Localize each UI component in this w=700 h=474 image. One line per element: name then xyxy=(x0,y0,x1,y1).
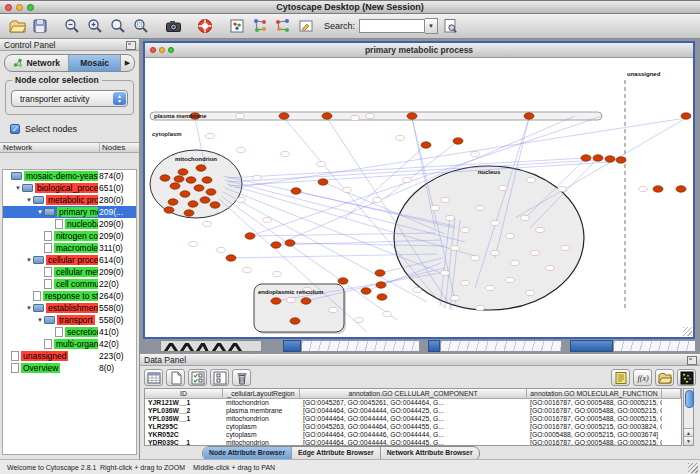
zoom-selected-button[interactable] xyxy=(130,16,152,36)
tree-expander-icon[interactable]: ▼ xyxy=(36,317,44,323)
file-icon xyxy=(44,339,52,349)
tab-network[interactable]: Network xyxy=(5,55,69,71)
window-close-button[interactable] xyxy=(150,47,156,53)
create-attribute-button[interactable] xyxy=(166,369,185,386)
search-input[interactable] xyxy=(359,19,425,33)
background-window-fragment[interactable] xyxy=(160,340,262,352)
tab-mosaic[interactable]: Mosaic xyxy=(69,55,120,71)
search-options-button[interactable] xyxy=(439,16,461,36)
file-icon xyxy=(11,351,19,361)
tree-row[interactable]: macromolecule311(0) xyxy=(3,242,136,254)
zoom-out-button[interactable] xyxy=(61,16,83,36)
status-welcome: Welcome to Cytoscape 2.8.1 xyxy=(7,464,96,471)
app-resize-grip[interactable] xyxy=(688,463,698,473)
tree-expander-icon[interactable]: ▼ xyxy=(25,305,33,311)
tree-row[interactable]: nitrogen compo209(0) xyxy=(3,230,136,242)
data-panel-header[interactable]: Data Panel xyxy=(140,354,700,366)
tree-row[interactable]: secretion41(0) xyxy=(3,326,136,338)
window-resize-grip[interactable] xyxy=(683,327,692,336)
tree-node-label: response to stimulu xyxy=(43,291,98,301)
table-row[interactable]: YPL036W__1mitochondrion[GO:0044464, GO:0… xyxy=(145,415,681,423)
table-row[interactable]: YLR295Ccytoplasm[GO:0045263, GO:0044464,… xyxy=(145,423,681,431)
column-header[interactable]: ID xyxy=(145,389,223,399)
tree-row[interactable]: ▼primary metabol209(... xyxy=(3,206,136,218)
tree-row[interactable]: ▼cellular process614(0) xyxy=(3,254,136,266)
node-color-dropdown[interactable]: transporter activity ▲▼ xyxy=(11,90,128,107)
layout-network-alt-button[interactable] xyxy=(272,16,294,36)
network-canvas[interactable]: plasma membrane cytoplasm mitochondrion … xyxy=(145,58,693,337)
column-header[interactable]: annotation.GO CELLULAR_COMPONENT xyxy=(300,389,527,399)
background-window-fragment[interactable] xyxy=(283,340,301,352)
table-row[interactable]: YDR039C__1mitochondrion[GO:0044464, GO:0… xyxy=(145,439,681,446)
tree-expander-icon[interactable]: ▼ xyxy=(25,197,33,203)
tree-row[interactable]: unassigned223(0) xyxy=(3,350,136,362)
attribute-matrix-button[interactable] xyxy=(677,369,696,386)
app-title-bar[interactable]: Cytoscape Desktop (New Session) xyxy=(0,1,700,14)
tree-row[interactable]: cellular metabo209(0) xyxy=(3,266,136,278)
column-header[interactable]: _cellularLayoutRegion xyxy=(223,389,300,399)
float-panel-icon[interactable] xyxy=(687,356,697,365)
column-header-nodes[interactable]: Nodes xyxy=(100,143,139,152)
folder-icon xyxy=(33,256,44,264)
table-vertical-scrollbar[interactable]: ▲ ▼ xyxy=(683,388,694,446)
tree-row[interactable]: ▼biological_process651(0) xyxy=(3,182,136,194)
column-header-network[interactable]: Network xyxy=(0,143,100,152)
background-window-fragment[interactable] xyxy=(428,340,440,352)
table-cell: cytoplasm xyxy=(223,431,300,439)
table-row[interactable]: YJR121W__1mitochondrion[GO:0045267, GO:0… xyxy=(145,399,681,407)
import-attributes-button[interactable] xyxy=(655,369,674,386)
select-attributes-button[interactable] xyxy=(188,369,207,386)
table-row[interactable]: YPL036W__2plasma membrane[GO:0044464, GO… xyxy=(145,407,681,415)
tree-row[interactable]: Overview8(0) xyxy=(3,362,136,374)
tab-overflow-arrow[interactable]: ▶ xyxy=(120,55,134,71)
zoom-fit-button[interactable] xyxy=(107,16,129,36)
tree-row[interactable]: nucleobase-209(0) xyxy=(3,218,136,230)
column-header[interactable]: annotation.GO MOLECULAR_FUNCTION xyxy=(527,389,662,399)
zoom-in-button[interactable] xyxy=(84,16,106,36)
window-zoom-button[interactable] xyxy=(168,47,174,53)
tree-node-count: 22(0) xyxy=(98,279,136,289)
float-panel-icon[interactable] xyxy=(126,41,136,50)
tree-row[interactable]: ▼transport558(0) xyxy=(3,314,136,326)
attribute-list-button[interactable] xyxy=(611,369,630,386)
scroll-down-button[interactable]: ▼ xyxy=(684,436,693,445)
tree-node-label: biological_process xyxy=(35,183,98,193)
function-builder-button[interactable]: f(x) xyxy=(633,369,652,386)
select-nodes-checkbox[interactable]: ✓ xyxy=(10,124,20,134)
table-cell: YDR039C__1 xyxy=(145,439,223,446)
background-window-fragment[interactable] xyxy=(301,340,420,352)
network-view-window[interactable]: primary metabolic process plasma membran… xyxy=(143,41,695,339)
tree-row[interactable]: ▼establishment of lo558(0) xyxy=(3,302,136,314)
browse-table-button[interactable] xyxy=(144,369,163,386)
table-row[interactable]: YKR052Ccytoplasm[GO:0044464, GO:0044446,… xyxy=(145,431,681,439)
background-window-fragment[interactable] xyxy=(570,340,613,352)
scrollbar-thumb[interactable] xyxy=(685,390,694,408)
help-lifering-button[interactable] xyxy=(194,16,216,36)
tree-expander-icon[interactable]: ▼ xyxy=(14,185,22,191)
tree-row[interactable]: mosaic-demo-yeast874(0) xyxy=(3,170,136,182)
tree-expander-icon[interactable]: ▼ xyxy=(36,209,44,215)
open-session-button[interactable] xyxy=(6,16,28,36)
tree-node-label: cellular process xyxy=(46,255,98,265)
table-cell: mitochondrion xyxy=(223,399,300,407)
control-panel-header[interactable]: Control Panel xyxy=(0,39,139,51)
background-window-fragment[interactable] xyxy=(440,340,562,352)
table-cell: [GO:0016787, GO:0005488, GO:0005215, G..… xyxy=(527,407,662,415)
delete-attribute-button[interactable] xyxy=(232,369,251,386)
tree-row[interactable]: cell communicat22(0) xyxy=(3,278,136,290)
vizmapper-button[interactable] xyxy=(226,16,248,36)
layout-network-button[interactable] xyxy=(249,16,271,36)
network-window-titlebar[interactable]: primary metabolic process xyxy=(145,43,693,58)
annotation-button[interactable] xyxy=(295,16,317,36)
tree-row[interactable]: multi-organism pro42(0) xyxy=(3,338,136,350)
search-dropdown-arrow[interactable]: ▼ xyxy=(425,18,438,34)
background-window-fragment[interactable] xyxy=(613,340,696,352)
tree-expander-icon[interactable]: ▼ xyxy=(25,257,33,263)
tree-row[interactable]: response to stimulu264(0) xyxy=(3,290,136,302)
export-image-button[interactable] xyxy=(162,16,184,36)
save-session-button[interactable] xyxy=(29,16,51,36)
unselect-attributes-button[interactable] xyxy=(210,369,229,386)
tree-row[interactable]: ▼metabolic process280(0) xyxy=(3,194,136,206)
window-minimize-button[interactable] xyxy=(159,47,165,53)
file-icon xyxy=(55,219,63,229)
